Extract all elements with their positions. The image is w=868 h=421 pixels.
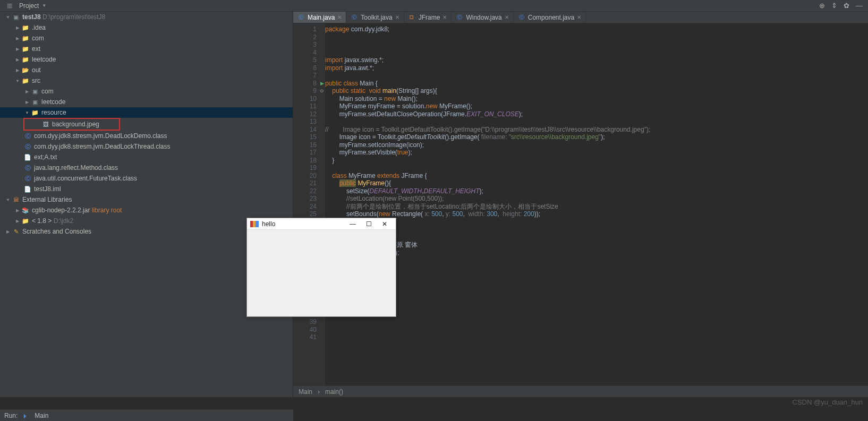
tree-item-iml[interactable]: 📄testJ8.iml xyxy=(0,184,293,194)
breadcrumb-separator: › xyxy=(318,388,320,396)
folder-icon: ▣ xyxy=(12,13,20,21)
chevron-right-icon[interactable]: ▶ xyxy=(14,36,21,41)
text-file-icon: 📄 xyxy=(23,153,32,161)
code-content[interactable]: package com.dyy.jdk8; import javax.swing… xyxy=(325,23,868,385)
run-config-name[interactable]: Main xyxy=(35,412,48,419)
class-icon: Ⓒ xyxy=(518,14,525,21)
class-icon: ⛋ xyxy=(409,14,416,21)
tree-item-leetcode[interactable]: ▶📁leetcode xyxy=(0,54,293,65)
breadcrumb: Main › main() xyxy=(293,385,868,397)
tree-item-idea[interactable]: ▶📁.idea xyxy=(0,22,293,33)
tree-item-class[interactable]: Ⓒcom.dyy.jdk8.stresm.jvm.DeadLockDemo.cl… xyxy=(0,131,293,141)
tab-window-java[interactable]: ⒸWindow.java✕ xyxy=(452,12,513,23)
window-app-icon xyxy=(250,221,259,227)
folder-icon: 📁 xyxy=(21,23,30,32)
tree-item-class[interactable]: Ⓒjava.util.concurrent.FutureTask.class xyxy=(0,173,293,184)
target-icon[interactable]: ⊕ xyxy=(819,2,825,10)
folder-icon: 📁 xyxy=(21,76,30,85)
tree-item-resource[interactable]: ▼📁resource xyxy=(0,107,293,118)
jdk-icon: 📁 xyxy=(21,217,30,225)
close-icon[interactable]: ✕ xyxy=(577,14,581,20)
folder-icon: 📂 xyxy=(21,66,30,74)
chevron-right-icon[interactable]: ▶ xyxy=(14,57,21,62)
iml-file-icon: 📄 xyxy=(23,185,32,193)
gear-icon[interactable]: ✿ xyxy=(844,2,849,10)
class-icon: Ⓒ xyxy=(23,132,32,140)
close-icon[interactable]: ✕ xyxy=(505,14,509,20)
project-icon: ▥ xyxy=(5,2,14,10)
tab-toolkit-java[interactable]: ⒸToolkit.java✕ xyxy=(346,12,404,23)
tree-item-cglib[interactable]: ▶📚cglib-nodep-2.2.2.jar library root xyxy=(0,205,293,216)
editor-body[interactable]: 1 2 3 4 5 6 7 8 9 10 11 12 13 14 15 16 1… xyxy=(293,23,868,385)
chevron-right-icon[interactable]: ▶ xyxy=(14,208,21,213)
project-label[interactable]: Project xyxy=(19,2,39,10)
chevron-right-icon[interactable]: ▶ xyxy=(14,25,21,30)
tree-item-out[interactable]: ▶📂out xyxy=(0,65,293,75)
class-icon: Ⓒ xyxy=(351,14,358,21)
tab-component-java[interactable]: ⒸComponent.java✕ xyxy=(514,12,586,23)
chevron-down-icon[interactable]: ▼ xyxy=(4,197,12,202)
chevron-right-icon[interactable]: ▶ xyxy=(14,219,21,224)
tree-item-class[interactable]: Ⓒjava.lang.reflect.Method.class xyxy=(0,162,293,173)
file-tree[interactable]: ▼ ▣ testJ8 D:\program\test\testJ8 ▶📁.ide… xyxy=(0,12,293,397)
class-icon: Ⓒ xyxy=(23,174,32,183)
chevron-right-icon[interactable]: ▶ xyxy=(14,47,21,51)
hide-icon[interactable]: — xyxy=(856,2,863,10)
tree-item-src-com[interactable]: ▶▣com xyxy=(0,86,293,97)
minimize-button[interactable]: — xyxy=(345,220,361,228)
run-gutter-icon[interactable]: ▶ xyxy=(320,80,324,88)
fold-icon[interactable]: ⊖ xyxy=(320,87,324,95)
tree-item-src-leetcode[interactable]: ▶▣leetcode xyxy=(0,97,293,107)
tree-item-class[interactable]: Ⓒcom.dyy.jdk8.stresm.jvm.DeadLockThread.… xyxy=(0,141,293,152)
class-icon: Ⓒ xyxy=(23,164,32,172)
editor-gutter: 1 2 3 4 5 6 7 8 9 10 11 12 13 14 15 16 1… xyxy=(293,23,325,385)
chevron-down-icon[interactable]: ▼ xyxy=(14,79,21,83)
editor-tabs: ⒸMain.java✕ ⒸToolkit.java✕ ⛋JFrame✕ ⒸWin… xyxy=(293,12,868,23)
app-window-hello[interactable]: hello — ☐ ✕ xyxy=(246,218,396,317)
tree-item-txt[interactable]: 📄ext;A.txt xyxy=(0,152,293,162)
package-icon: ▣ xyxy=(31,87,39,96)
tree-item-background-jpeg[interactable]: 🖼background.jpeg xyxy=(24,119,119,130)
close-icon[interactable]: ✕ xyxy=(337,14,342,20)
project-toolbar: ▥ Project ▼ ⊕ ⇕ ✿ — xyxy=(0,0,868,12)
root-name: testJ8 xyxy=(22,13,41,21)
run-bar: Run: ⏵ Main xyxy=(0,409,293,421)
chevron-right-icon[interactable]: ▶ xyxy=(4,229,12,234)
run-label: Run: xyxy=(4,412,18,419)
window-titlebar[interactable]: hello — ☐ ✕ xyxy=(247,218,396,230)
folder-icon: 📁 xyxy=(21,55,30,64)
folder-icon: 📁 xyxy=(31,108,39,117)
package-icon: ▣ xyxy=(31,98,39,106)
class-icon: Ⓒ xyxy=(297,14,305,21)
project-dropdown-icon[interactable]: ▼ xyxy=(42,3,46,8)
tab-main-java[interactable]: ⒸMain.java✕ xyxy=(293,12,346,23)
tree-item-ext[interactable]: ▶📁ext xyxy=(0,44,293,54)
close-button[interactable]: ✕ xyxy=(377,220,393,228)
tab-jframe[interactable]: ⛋JFrame✕ xyxy=(404,12,452,23)
folder-icon: 📁 xyxy=(21,45,30,53)
breadcrumb-item[interactable]: main() xyxy=(325,388,343,396)
breadcrumb-item[interactable]: Main xyxy=(299,388,312,396)
tree-item-src[interactable]: ▼📁src xyxy=(0,75,293,86)
scratch-icon: ✎ xyxy=(12,227,20,236)
collapse-icon[interactable]: ⇕ xyxy=(831,2,837,10)
close-icon[interactable]: ✕ xyxy=(442,14,447,20)
watermark: CSDN @yu_duan_hun xyxy=(793,398,863,406)
chevron-right-icon[interactable]: ▶ xyxy=(14,68,21,73)
folder-icon: 📁 xyxy=(21,34,30,42)
jar-icon: 📚 xyxy=(21,206,30,214)
tree-root[interactable]: ▼ ▣ testJ8 D:\program\test\testJ8 xyxy=(0,12,293,22)
gutter-marks: ▶ ⊖ xyxy=(320,25,324,95)
maximize-button[interactable]: ☐ xyxy=(361,220,377,228)
chevron-down-icon[interactable]: ▼ xyxy=(23,110,31,115)
class-icon: Ⓒ xyxy=(23,142,32,151)
tree-item-com[interactable]: ▶📁com xyxy=(0,33,293,44)
chevron-right-icon[interactable]: ▶ xyxy=(23,89,31,94)
close-icon[interactable]: ✕ xyxy=(395,14,399,20)
chevron-down-icon[interactable]: ▼ xyxy=(4,15,12,20)
tree-item-external-libs[interactable]: ▼🏛External Libraries xyxy=(0,194,293,205)
root-path: D:\program\test\testJ8 xyxy=(42,13,105,21)
chevron-right-icon[interactable]: ▶ xyxy=(23,100,31,105)
window-title: hello xyxy=(262,220,345,228)
library-icon: 🏛 xyxy=(12,195,20,204)
